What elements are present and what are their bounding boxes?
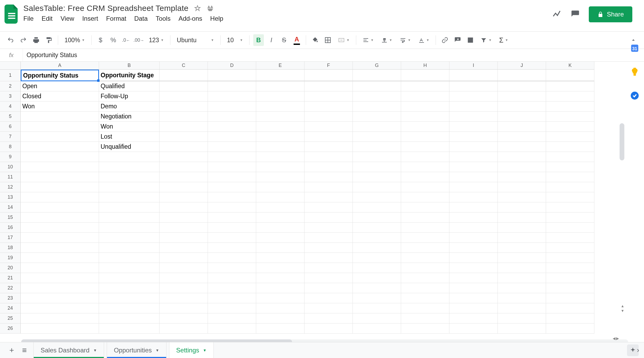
row-header-12[interactable]: 12 [0,182,21,192]
cell-K1[interactable] [546,70,594,81]
cell-G25[interactable] [353,313,401,323]
cell-A15[interactable] [21,212,99,223]
cell-D20[interactable] [208,263,256,273]
cell-F14[interactable] [304,202,353,212]
row-header-8[interactable]: 8 [0,142,21,152]
cell-B3[interactable]: Follow-Up [99,91,160,101]
cell-C7[interactable] [160,132,208,142]
cell-J9[interactable] [498,152,546,162]
cell-K12[interactable] [546,182,594,192]
cell-D17[interactable] [208,233,256,243]
cell-G26[interactable] [353,323,401,334]
document-title[interactable]: SalesTable: Free CRM Spreadsheet Templat… [23,4,188,13]
cell-E11[interactable] [256,172,304,182]
cell-J12[interactable] [498,182,546,192]
calendar-icon[interactable]: 31 [629,42,640,53]
cell-H19[interactable] [401,253,449,263]
cell-H8[interactable] [401,142,449,152]
cell-F23[interactable] [304,293,353,303]
cell-G22[interactable] [353,283,401,293]
font-size-dropdown[interactable]: 10▼ [224,34,246,46]
cell-I25[interactable] [449,313,498,323]
cell-C22[interactable] [160,283,208,293]
cell-J18[interactable] [498,243,546,253]
cell-J4[interactable] [498,101,546,112]
cell-E19[interactable] [256,253,304,263]
cell-G4[interactable] [353,101,401,112]
row-header-14[interactable]: 14 [0,202,21,212]
cell-F5[interactable] [304,112,353,122]
vertical-scroll-arrows[interactable]: ▲▼ [621,304,624,313]
row-header-21[interactable]: 21 [0,273,21,283]
cell-I15[interactable] [449,212,498,223]
cell-E21[interactable] [256,273,304,283]
cell-E25[interactable] [256,313,304,323]
cell-B20[interactable] [99,263,160,273]
cell-K20[interactable] [546,263,594,273]
cell-I11[interactable] [449,172,498,182]
cell-F19[interactable] [304,253,353,263]
cell-I26[interactable] [449,323,498,334]
cell-G3[interactable] [353,91,401,101]
col-header-A[interactable]: A [21,62,99,70]
cells-area[interactable]: Opportunity StatusOpportunity StageOpenQ… [21,70,594,334]
cell-B5[interactable]: Negotiation [99,112,160,122]
vertical-scrollbar[interactable] [620,123,624,160]
cell-C8[interactable] [160,142,208,152]
cell-E26[interactable] [256,323,304,334]
paint-format-icon[interactable] [44,34,54,46]
zoom-dropdown[interactable]: 100%▼ [62,34,88,46]
cell-B25[interactable] [99,313,160,323]
cell-F7[interactable] [304,132,353,142]
menu-insert[interactable]: Insert [82,15,98,22]
text-wrap-dropdown[interactable]: ▼ [397,34,414,46]
cell-A22[interactable] [21,283,99,293]
cell-B10[interactable] [99,162,160,172]
cell-J5[interactable] [498,112,546,122]
cell-B12[interactable] [99,182,160,192]
fill-color-icon[interactable] [310,34,320,46]
currency-icon[interactable]: $ [95,34,106,46]
cell-B16[interactable] [99,223,160,233]
cell-I12[interactable] [449,182,498,192]
cell-G23[interactable] [353,293,401,303]
cell-E3[interactable] [256,91,304,101]
cell-A26[interactable] [21,323,99,334]
sheet-tab-sales-dashboard[interactable]: Sales Dashboard▼ [33,342,104,358]
row-header-22[interactable]: 22 [0,283,21,293]
insert-link-icon[interactable] [440,34,450,46]
menu-edit[interactable]: Edit [42,15,53,22]
cell-F20[interactable] [304,263,353,273]
cell-G24[interactable] [353,303,401,313]
cell-A9[interactable] [21,152,99,162]
tasks-icon[interactable] [629,90,640,101]
cell-A11[interactable] [21,172,99,182]
cell-F12[interactable] [304,182,353,192]
decrease-decimal-icon[interactable]: .0← [121,34,131,46]
cell-F13[interactable] [304,192,353,202]
percent-icon[interactable]: % [108,34,119,46]
cell-C20[interactable] [160,263,208,273]
cell-G7[interactable] [353,132,401,142]
cell-C4[interactable] [160,101,208,112]
col-header-D[interactable]: D [208,62,256,70]
cell-D21[interactable] [208,273,256,283]
cell-C3[interactable] [160,91,208,101]
cell-K14[interactable] [546,202,594,212]
cell-H25[interactable] [401,313,449,323]
cell-K7[interactable] [546,132,594,142]
col-header-G[interactable]: G [353,62,401,70]
h-align-dropdown[interactable]: ▼ [360,34,376,46]
cell-K24[interactable] [546,303,594,313]
spreadsheet-grid[interactable]: A B C D E F G H I J K 123456789101112131… [0,62,644,335]
cell-B18[interactable] [99,243,160,253]
cell-A21[interactable] [21,273,99,283]
row-header-5[interactable]: 5 [0,112,21,122]
keep-icon[interactable] [629,66,640,77]
cell-J14[interactable] [498,202,546,212]
cell-C25[interactable] [160,313,208,323]
cell-J21[interactable] [498,273,546,283]
cell-F1[interactable] [304,70,353,81]
cell-F26[interactable] [304,323,353,334]
cell-D1[interactable] [208,70,256,81]
